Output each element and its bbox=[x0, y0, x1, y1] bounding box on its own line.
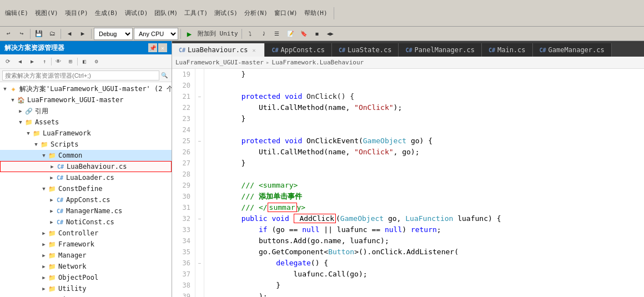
tb-comment[interactable]: 📝 bbox=[284, 28, 296, 40]
tab-close-luabehaviour[interactable]: ✕ bbox=[250, 46, 258, 54]
tb-format[interactable]: ☰ bbox=[271, 28, 283, 40]
expand-common[interactable]: ▼ bbox=[40, 152, 48, 159]
panel-tb-settings[interactable]: ⚙ bbox=[91, 56, 102, 67]
gutter-36[interactable]: − bbox=[195, 258, 204, 269]
tree-objectpool[interactable]: ▶ 📁 ObjectPool bbox=[0, 272, 172, 283]
tab-appconst[interactable]: C# AppConst.cs bbox=[265, 43, 332, 57]
panel-tb-forward[interactable]: ▶ bbox=[27, 56, 38, 67]
tree-noticonst[interactable]: ▶ C# NotiConst.cs bbox=[0, 217, 172, 228]
menu-window[interactable]: 窗口(W) bbox=[271, 7, 300, 19]
tb-undo[interactable]: ↩ bbox=[2, 28, 14, 40]
tb-save-all[interactable]: 🗂 bbox=[46, 28, 58, 40]
tab-luastate[interactable]: C# LuaState.cs bbox=[332, 43, 399, 57]
expand-assets[interactable]: ▼ bbox=[17, 118, 24, 126]
expand-framework[interactable]: ▶ bbox=[40, 240, 48, 248]
assets-icon: 📁 bbox=[24, 118, 33, 127]
linenum-27: 27 bbox=[174, 158, 190, 169]
tree-scripts[interactable]: ▼ 📁 Scripts bbox=[0, 139, 172, 150]
tab-panelmanager[interactable]: C# PanelManager.cs bbox=[399, 43, 481, 57]
expand-objectpool[interactable]: ▶ bbox=[40, 274, 48, 281]
menu-file[interactable]: 编辑(E) bbox=[2, 7, 31, 19]
tree-controller[interactable]: ▶ 📁 Controller bbox=[0, 228, 172, 239]
menu-analyze[interactable]: 分析(N) bbox=[242, 7, 270, 19]
gutter-32[interactable]: − bbox=[195, 213, 204, 224]
menu-test[interactable]: 测试(S) bbox=[212, 7, 240, 19]
expand-solution[interactable]: ▼ bbox=[1, 85, 9, 93]
right-panel: C# LuaBehaviour.cs ✕ C# AppConst.cs C# L… bbox=[172, 41, 644, 297]
tree-framework[interactable]: ▶ 📁 Framework bbox=[0, 239, 172, 250]
code-text-19: } bbox=[207, 69, 245, 80]
expand-controller[interactable]: ▶ bbox=[40, 229, 48, 237]
expand-network[interactable]: ▶ bbox=[40, 263, 48, 270]
menu-tools[interactable]: 工具(T) bbox=[182, 7, 210, 19]
expand-appconst[interactable]: ▶ bbox=[48, 196, 56, 204]
panel-tb-preview[interactable]: ◧ bbox=[79, 56, 90, 67]
menu-build[interactable]: 生成(B) bbox=[92, 7, 121, 19]
tree-manager[interactable]: ▶ 📁 Manager bbox=[0, 250, 172, 261]
expand-scripts[interactable]: ▼ bbox=[32, 140, 40, 148]
tree-appconst[interactable]: ▶ C# AppConst.cs bbox=[0, 194, 172, 205]
menu-project[interactable]: 项目(P) bbox=[62, 7, 91, 19]
tb-back[interactable]: ◀ bbox=[63, 28, 76, 40]
panel-tb-back[interactable]: ◀ bbox=[14, 56, 26, 67]
manager-icon: 📁 bbox=[48, 251, 57, 260]
code-lines-container[interactable]: } protected void OnClick() { Util.CallMe… bbox=[204, 69, 644, 297]
expand-manager[interactable]: ▶ bbox=[40, 251, 48, 259]
menu-help[interactable]: 帮助(H) bbox=[301, 7, 330, 19]
tb-bookmark[interactable]: 🔖 bbox=[298, 28, 310, 40]
expand-managername[interactable]: ▶ bbox=[48, 207, 56, 215]
tab-luabehaviour[interactable]: C# LuaBehaviour.cs ✕ bbox=[172, 43, 265, 57]
path-class[interactable]: LuaFramework.LuaBehaviour bbox=[272, 59, 364, 66]
tree-solution-root[interactable]: ▼ ◈ 解决方案'LuaFramework_UGUI-master' (2 个项… bbox=[0, 83, 172, 94]
tree-view[interactable]: ▶ 📁 View bbox=[0, 294, 172, 297]
expand-luabehaviour[interactable]: ▶ bbox=[48, 163, 56, 170]
tb-step-in[interactable]: ⤵ bbox=[244, 28, 256, 40]
gutter-21[interactable]: − bbox=[195, 91, 204, 102]
panel-tb-sync[interactable]: ⟳ bbox=[2, 56, 13, 67]
search-button[interactable]: 🔍 bbox=[159, 71, 169, 80]
tree-utility[interactable]: ▶ 📁 Utility bbox=[0, 283, 172, 294]
panel-pin[interactable]: 📌 bbox=[148, 43, 157, 52]
tb-more2[interactable]: ◀▶ bbox=[324, 28, 336, 40]
tree-luabehaviour[interactable]: ▶ C# LuaBehaviour.cs bbox=[0, 161, 172, 172]
tab-main[interactable]: C# Main.cs bbox=[482, 43, 533, 57]
expand-constdefine[interactable]: ▼ bbox=[40, 185, 48, 193]
debug-select[interactable]: Debug bbox=[94, 28, 133, 40]
panel-div2 bbox=[77, 58, 78, 66]
tree-common[interactable]: ▼ 📁 Common bbox=[0, 150, 172, 161]
menu-debug[interactable]: 调试(D) bbox=[122, 7, 151, 19]
expand-noticonst[interactable]: ▶ bbox=[48, 218, 56, 226]
tree-network[interactable]: ▶ 📁 Network bbox=[0, 261, 172, 272]
tree-project[interactable]: ▼ 🏠 LuaFramework_UGUI-master bbox=[0, 94, 172, 105]
gutter-25[interactable]: − bbox=[195, 135, 204, 147]
panel-close[interactable]: ✕ bbox=[158, 43, 167, 52]
tree-luafw[interactable]: ▼ 📁 LuaFramework bbox=[0, 128, 172, 139]
panel-tb-show-all[interactable]: 👁 bbox=[53, 56, 64, 67]
lualoader-icon: C# bbox=[56, 173, 64, 182]
tree-assets[interactable]: ▼ 📁 Assets bbox=[0, 117, 172, 128]
tb-save[interactable]: 💾 bbox=[33, 28, 45, 40]
menu-view[interactable]: 视图(V) bbox=[32, 7, 61, 19]
expand-luafw[interactable]: ▼ bbox=[24, 129, 32, 137]
panel-tb-filter[interactable]: ⊞ bbox=[65, 56, 76, 67]
cpu-select[interactable]: Any CPU bbox=[134, 28, 178, 40]
panel-tb-up[interactable]: ↑ bbox=[39, 56, 50, 67]
tb-step-over[interactable]: ⤸ bbox=[258, 28, 270, 40]
expand-lualoader[interactable]: ▶ bbox=[48, 174, 56, 182]
expand-project[interactable]: ▼ bbox=[9, 96, 17, 104]
path-root[interactable]: LuaFramework_UGUI-master bbox=[175, 59, 264, 66]
tb-play[interactable]: ▶ bbox=[183, 28, 195, 40]
expand-ref[interactable]: ▶ bbox=[17, 107, 24, 115]
menu-team[interactable]: 团队(M) bbox=[152, 7, 180, 19]
tb-redo[interactable]: ↪ bbox=[16, 28, 28, 40]
tb-forward[interactable]: ▶ bbox=[77, 28, 89, 40]
tree-ref[interactable]: ▶ 🔗 引用 bbox=[0, 105, 172, 117]
tb-more1[interactable]: ◼ bbox=[311, 28, 323, 40]
tree-managername[interactable]: ▶ C# ManagerName.cs bbox=[0, 205, 172, 217]
tree-lualoader[interactable]: ▶ C# LuaLoader.cs bbox=[0, 172, 172, 183]
search-input[interactable] bbox=[2, 71, 159, 80]
tree-constdefine[interactable]: ▼ 📁 ConstDefine bbox=[0, 183, 172, 194]
code-editor[interactable]: 19 20 21 22 23 24 25 26 27 28 29 30 31 3… bbox=[172, 69, 644, 297]
tab-gamemanager[interactable]: C# GameManager.cs bbox=[533, 43, 612, 57]
expand-utility[interactable]: ▶ bbox=[40, 285, 48, 293]
